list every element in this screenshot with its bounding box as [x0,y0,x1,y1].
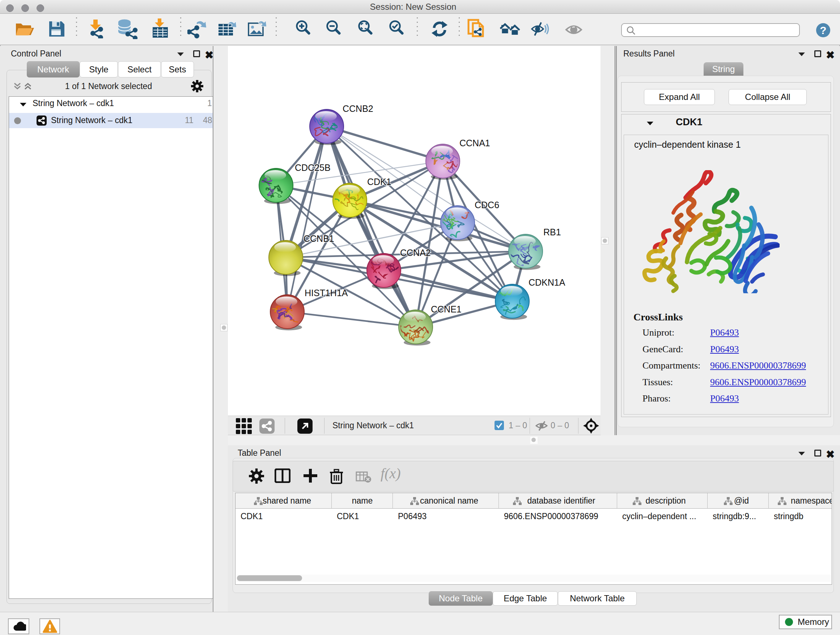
svg-text:CCNB1: CCNB1 [303,233,334,244]
svg-text:CCNA2: CCNA2 [400,248,431,258]
svg-text:HIST1H1A: HIST1H1A [305,288,348,298]
svg-text:RB1: RB1 [543,227,561,237]
svg-text:CCNE1: CCNE1 [431,304,462,314]
svg-text:CCNA1: CCNA1 [459,138,490,148]
svg-text:CDC25B: CDC25B [295,163,331,173]
svg-text:CDKN1A: CDKN1A [529,277,565,287]
svg-text:CDK1: CDK1 [367,177,392,187]
svg-text:CDC6: CDC6 [475,200,499,210]
svg-text:CCNB2: CCNB2 [343,103,373,114]
